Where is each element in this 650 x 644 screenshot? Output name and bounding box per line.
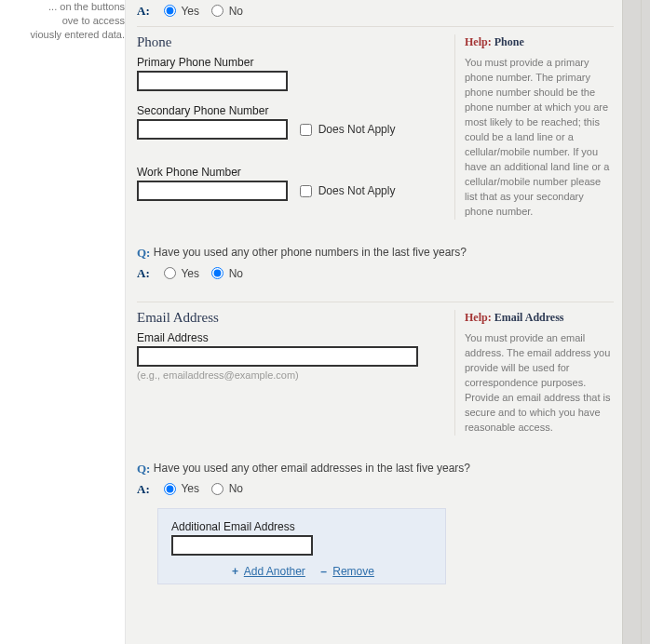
phone-other-yes-radio[interactable] [164,267,176,279]
divider [137,302,614,302]
left-hint-line: ove to access [0,14,125,28]
primary-phone-input[interactable] [137,71,288,91]
help-label: Help: [465,311,492,324]
additional-email-input[interactable] [171,535,313,556]
phone-help-body: You must provide a primary phone number.… [465,56,614,219]
email-hint: (e.g., emailaddress@example.com) [137,369,445,381]
email-other-no-radio[interactable] [211,483,223,495]
email-help-body: You must provide an email address. The e… [465,331,614,436]
email-input[interactable] [137,346,418,367]
phone-other-no-radio[interactable] [211,267,223,279]
left-hint-line: ... on the buttons [0,0,125,14]
additional-email-panel: Additional Email Address + Add Another –… [157,508,446,584]
phone-help-panel: Help: Phone You must provide a primary p… [454,34,614,220]
email-other-no-label: No [229,482,243,495]
phone-question-text: Have you used any other phone numbers in… [154,246,526,261]
a-prefix: A: [137,4,150,18]
work-phone-dna-checkbox[interactable] [300,185,312,197]
email-other-yes-label: Yes [181,482,199,495]
left-hint-rail: ... on the buttons ove to access viously… [0,0,130,42]
email-section-title: Email Address [137,310,445,326]
remove-link[interactable]: Remove [332,565,374,578]
additional-email-label: Additional Email Address [171,520,432,533]
email-other-yes-radio[interactable] [164,483,176,495]
left-hint-line: viously entered data. [0,28,125,42]
work-phone-input[interactable] [137,181,288,201]
phone-section-title: Phone [137,34,445,50]
phone-other-no-label: No [229,267,243,280]
help-subject: Email Address [494,311,564,324]
work-phone-label: Work Phone Number [137,166,445,179]
work-phone-dna-label: Does Not Apply [318,184,396,197]
divider [137,26,614,27]
top-no-label: No [229,5,243,18]
add-another-link[interactable]: Add Another [244,565,305,578]
email-help-panel: Help: Email Address You must provide an … [454,310,614,436]
help-subject: Phone [494,35,524,48]
phone-other-yes-label: Yes [181,267,199,280]
minus-icon: – [318,565,330,578]
a-prefix: A: [137,266,150,280]
primary-phone-label: Primary Phone Number [137,56,445,69]
top-yes-label: Yes [181,5,199,18]
secondary-phone-label: Secondary Phone Number [137,104,445,117]
q-prefix: Q: [137,246,150,260]
scrollbar-track[interactable] [641,0,650,644]
email-label: Email Address [137,331,445,344]
top-yes-radio[interactable] [164,5,176,17]
plus-icon: + [229,565,241,578]
secondary-phone-input[interactable] [137,119,288,140]
right-gutter [622,0,650,644]
secondary-phone-dna-checkbox[interactable] [300,124,312,136]
q-prefix: Q: [137,462,150,476]
a-prefix: A: [137,482,150,496]
main-content: A: Yes No Phone Primary Phone Number Sec… [125,0,624,644]
top-no-radio[interactable] [211,5,223,17]
help-label: Help: [465,35,492,48]
email-question-text: Have you used any other email addresses … [154,462,526,476]
secondary-phone-dna-label: Does Not Apply [318,123,396,136]
